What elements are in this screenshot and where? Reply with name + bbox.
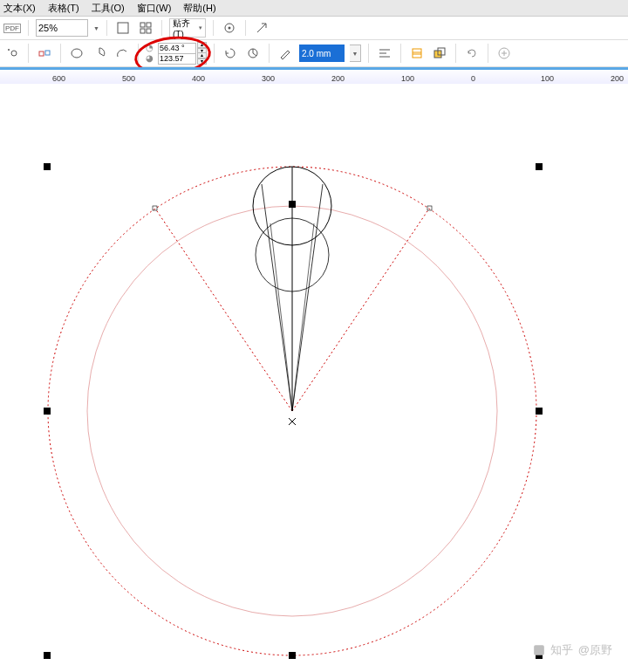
watermark: 知乎 @原野 xyxy=(533,642,612,658)
ruler-tick: 400 xyxy=(192,74,205,83)
separator xyxy=(28,20,29,36)
snap-dropdown[interactable]: 贴齐(T)▾ xyxy=(169,18,206,38)
end-angle-icon: ◕ xyxy=(146,53,156,64)
shape-pie-icon[interactable] xyxy=(91,45,108,62)
toolbar-properties: ◔ ▴▾ ◕ ▴▾ ▼ xyxy=(0,40,628,67)
ruler-tick: 300 xyxy=(262,74,275,83)
svg-rect-1 xyxy=(140,23,145,27)
node-right[interactable] xyxy=(427,206,432,210)
outline-width-input[interactable] xyxy=(299,45,345,62)
angle-spinners: ◔ ▴▾ ◕ ▴▾ xyxy=(146,43,207,64)
ruler-tick: 200 xyxy=(611,74,624,83)
end-angle-input[interactable] xyxy=(158,53,196,65)
separator xyxy=(400,44,401,63)
drawing-canvas[interactable] xyxy=(0,84,628,672)
handle-tr[interactable] xyxy=(536,163,543,170)
angle1-up[interactable]: ▴ xyxy=(197,42,207,48)
refresh-icon[interactable] xyxy=(463,45,481,62)
svg-rect-10 xyxy=(45,51,50,55)
pie-toggle-icon[interactable] xyxy=(244,45,262,62)
watermark-user: @原野 xyxy=(578,642,612,658)
separator xyxy=(455,44,456,63)
separator xyxy=(28,44,29,63)
handle-mr[interactable] xyxy=(536,408,543,415)
angle2-down[interactable]: ▾ xyxy=(197,58,207,65)
handle-tc[interactable] xyxy=(289,201,296,208)
svg-rect-13 xyxy=(413,49,421,58)
svg-rect-4 xyxy=(147,29,151,33)
handle-ml[interactable] xyxy=(44,408,51,415)
ungroup-icon[interactable] xyxy=(36,45,53,62)
handle-bc[interactable] xyxy=(289,652,296,659)
separator xyxy=(214,44,215,63)
svg-point-11 xyxy=(72,49,82,58)
separator xyxy=(161,20,162,36)
separator xyxy=(368,44,369,63)
separator xyxy=(106,20,107,36)
ellipse-mode-icon[interactable] xyxy=(3,45,21,62)
separator xyxy=(60,44,61,63)
svg-rect-0 xyxy=(118,23,128,33)
ruler-tick: 100 xyxy=(541,74,554,83)
launch-icon[interactable] xyxy=(253,19,270,37)
svg-rect-2 xyxy=(147,23,151,27)
separator xyxy=(245,20,246,36)
node-left[interactable] xyxy=(153,206,157,210)
grid-icon[interactable] xyxy=(137,19,154,37)
svg-rect-9 xyxy=(39,51,44,56)
angle2-up[interactable]: ▴ xyxy=(197,52,207,58)
separator xyxy=(269,44,270,63)
svg-point-6 xyxy=(228,27,230,30)
wrap-icon[interactable] xyxy=(408,45,426,62)
ruler-tick: 200 xyxy=(331,74,345,83)
order-icon[interactable] xyxy=(431,45,448,62)
start-angle-icon: ◔ xyxy=(146,43,156,53)
svg-point-7 xyxy=(11,51,17,56)
settings-icon[interactable] xyxy=(221,19,238,37)
selection-handles xyxy=(44,163,543,659)
toolbar-top: PDF ▼ 贴齐(T)▾ xyxy=(0,17,628,40)
ruler-tick: 500 xyxy=(122,74,135,83)
pdf-icon[interactable]: PDF xyxy=(3,19,21,37)
fullscreen-icon[interactable] xyxy=(114,19,132,37)
ruler-horizontal: 600 500 400 300 200 100 0 100 200 xyxy=(0,67,628,86)
menu-bar: 文本(X) 表格(T) 工具(O) 窗口(W) 帮助(H) xyxy=(0,0,628,17)
menu-tool[interactable]: 工具(O) xyxy=(92,2,125,15)
center-mark xyxy=(289,418,296,425)
svg-point-8 xyxy=(8,49,10,51)
zoom-select[interactable] xyxy=(36,19,88,37)
ruler-tick: 0 xyxy=(471,74,475,83)
zoom-dropdown-icon[interactable]: ▼ xyxy=(93,25,99,31)
svg-rect-3 xyxy=(140,29,145,33)
menu-table[interactable]: 表格(T) xyxy=(48,2,79,15)
handle-tl[interactable] xyxy=(44,163,51,170)
shape-ellipse-icon[interactable] xyxy=(68,45,85,62)
ruler-tick: 100 xyxy=(401,74,414,83)
align-lines-icon[interactable] xyxy=(376,45,393,62)
menu-text[interactable]: 文本(X) xyxy=(3,2,36,15)
black-ray-left-2 xyxy=(270,223,292,411)
black-ray-right-2 xyxy=(292,223,314,411)
svg-rect-17 xyxy=(534,645,544,655)
separator xyxy=(213,20,214,36)
outline-width-dropdown[interactable]: ▼ xyxy=(350,45,361,62)
add-icon[interactable] xyxy=(495,45,513,62)
separator xyxy=(488,44,488,63)
ruler-tick: 600 xyxy=(52,74,65,83)
shape-arc-icon[interactable] xyxy=(113,45,131,62)
menu-window[interactable]: 窗口(W) xyxy=(137,2,172,15)
menu-help[interactable]: 帮助(H) xyxy=(183,2,215,15)
direction-icon[interactable] xyxy=(222,45,239,62)
zhihu-icon xyxy=(533,644,545,656)
drawing-svg xyxy=(0,84,628,672)
outline-pen-icon[interactable] xyxy=(276,45,294,62)
separator xyxy=(138,44,139,63)
watermark-site: 知乎 xyxy=(550,642,573,658)
handle-bl[interactable] xyxy=(44,652,51,659)
